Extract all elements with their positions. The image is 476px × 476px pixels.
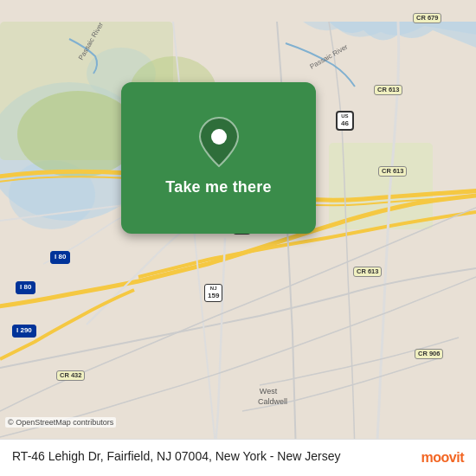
svg-point-4: [17, 91, 138, 177]
shield-nj159: NJ 159: [204, 284, 222, 302]
shield-cr613-mid: CR 613: [378, 166, 407, 177]
shield-cr613-top: CR 613: [374, 85, 402, 95]
shield-cr613-bot: CR 613: [353, 267, 382, 277]
map-container: I 80 I 80 I 80 I 290 CR 679 CR 613 CR 61…: [0, 0, 476, 476]
location-pin-icon: [196, 116, 241, 168]
shield-i290: I 290: [12, 325, 36, 338]
take-me-there-button[interactable]: Take me there: [158, 175, 278, 200]
bottom-bar: RT-46 Lehigh Dr, Fairfield, NJ 07004, Ne…: [0, 439, 476, 476]
moovit-logo: moovit: [421, 450, 464, 466]
shield-i80-left: I 80: [16, 281, 35, 294]
location-card: Take me there: [121, 82, 316, 234]
shield-cr679: CR 679: [413, 13, 441, 23]
map-background: [0, 0, 476, 476]
shield-i80-left2: I 80: [50, 251, 70, 264]
shield-cr432: CR 432: [56, 370, 85, 381]
map-attribution: © OpenStreetMap contributors: [5, 417, 116, 428]
address-text: RT-46 Lehigh Dr, Fairfield, NJ 07004, Ne…: [12, 449, 340, 463]
moovit-logo-text: moovit: [421, 450, 464, 466]
shield-us46-right: US 46: [336, 111, 354, 131]
shield-cr906: CR 906: [415, 349, 443, 359]
svg-point-7: [211, 129, 227, 145]
